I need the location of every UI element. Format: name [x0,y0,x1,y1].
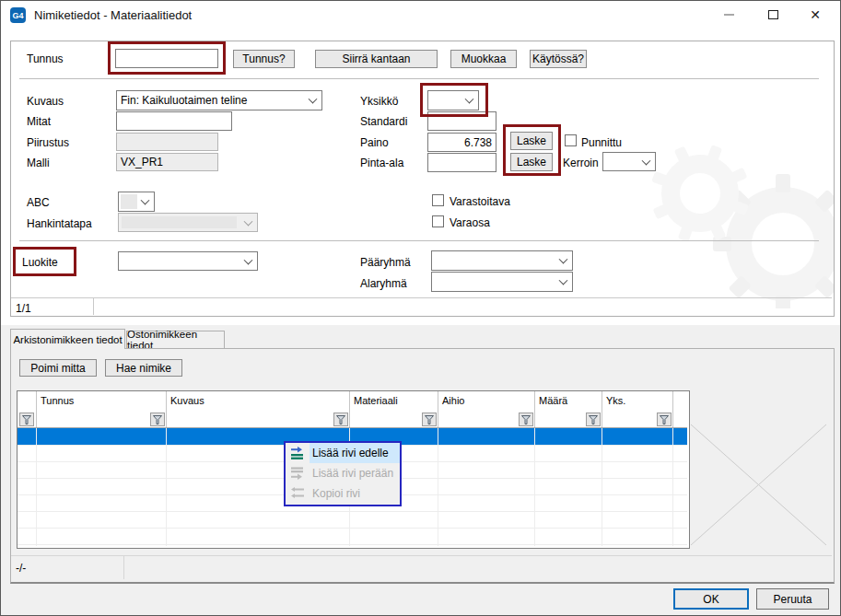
kaytossa-button[interactable]: Käytössä? [530,50,587,68]
filter-button-tunnus[interactable] [150,413,165,426]
mitat-label: Mitat [27,115,51,128]
hae-nimike-button[interactable]: Hae nimike [105,359,182,377]
kerroin-combobox[interactable] [602,152,656,171]
filter-button-yks[interactable] [657,413,672,426]
standardi-label: Standardi [360,115,407,128]
maximize-button[interactable] [758,5,788,25]
luokite-label: Luokite [22,256,58,269]
separator [19,78,819,79]
window-title: Nimiketiedot - Materiaalitiedot [34,8,192,22]
varaosa-checkbox[interactable] [432,215,444,227]
insert-row-after-icon [286,467,310,480]
poimi-mitta-button[interactable]: Poimi mitta [19,359,97,377]
laske-pinta-ala-button[interactable]: Laske [510,153,553,171]
hankintatapa-label: Hankintatapa [27,217,92,230]
abc-combobox[interactable] [118,192,155,212]
tunnus-query-button[interactable]: Tunnus? [233,50,295,68]
menu-item-lisaa-rivi-peraan: Lisää rivi perään [286,463,400,483]
malli-input: VX_PR1 [116,153,218,171]
paaryhma-combobox[interactable] [431,250,573,271]
paino-input[interactable]: 6.738 [427,133,496,152]
status-separator [11,555,832,556]
cancel-button[interactable]: Peruuta [756,588,829,610]
kuvaus-combobox[interactable]: Fin: Kaikuluotaimen teline [116,90,322,110]
title-bar: G4 Nimiketiedot - Materiaalitiedot ✕ [1,1,840,30]
hankintatapa-value-area [122,216,237,228]
piirustus-label: Piirustus [27,136,69,149]
minimize-icon [724,14,734,16]
close-icon: ✕ [810,7,821,22]
pinta-ala-label: Pinta-ala [360,157,403,169]
piirustus-input [116,133,218,151]
tab-arkistonimikkeen-tiedot[interactable]: Arkistonimikkeen tiedot [10,329,125,349]
column-divider [602,391,602,427]
filter-funnel-icon [336,415,345,424]
row-context-menu: Lisää rivi edelle Lisää rivi perään [284,441,402,506]
paino-label: Paino [360,136,389,149]
column-header-aihio[interactable]: Aihio [442,395,464,406]
filter-funnel-icon [425,415,434,424]
standardi-input[interactable] [427,111,496,131]
filter-button-aihio[interactable] [519,413,533,426]
menu-item-label: Lisää rivi perään [310,463,400,483]
varastoitava-checkbox[interactable] [432,194,444,206]
column-header-materiaali[interactable]: Materiaali [354,395,398,406]
maximize-icon [768,10,778,19]
ok-button[interactable]: OK [673,588,749,610]
preview-placeholder [690,421,828,548]
hankintatapa-combobox [118,213,258,232]
minimize-button [714,5,743,25]
tab-ostonimikkeen-tiedot[interactable]: Ostonimikkeen tiedot [126,331,225,348]
column-divider [534,391,535,427]
pinta-ala-input[interactable] [427,153,496,172]
tunnus-input[interactable] [115,49,218,68]
kuvaus-label: Kuvaus [27,95,64,108]
filter-button-materiaali[interactable] [422,413,437,426]
chevron-down-icon [244,255,253,264]
filter-button-kuvaus[interactable] [333,413,348,426]
alaryhma-combobox[interactable] [431,272,573,292]
close-button[interactable]: ✕ [800,5,830,25]
siirra-kantaan-button[interactable]: Siirrä kantaan [315,50,438,68]
varaosa-label: Varaosa [450,216,490,229]
filter-funnel-icon [22,415,31,424]
column-divider [36,391,37,427]
chevron-down-icon [141,196,150,205]
kerroin-label: Kerroin [563,157,599,169]
column-header-yks[interactable]: Yks. [606,395,625,406]
column-header-kuvaus[interactable]: Kuvaus [170,395,204,406]
pager-separator [11,297,832,298]
column-header-tunnus[interactable]: Tunnus [41,395,74,406]
status-divider [123,555,124,579]
chevron-down-icon [244,216,253,226]
record-pager: 1/1 [16,302,31,315]
yksikko-label: Yksikkö [360,95,398,108]
punnittu-checkbox[interactable] [565,134,577,146]
pager-divider [93,297,94,315]
separator [19,240,819,241]
menu-item-label: Lisää rivi edelle [310,443,400,463]
filter-button-selector[interactable] [19,413,34,426]
filter-button-maara[interactable] [586,413,601,426]
chevron-down-icon [309,95,318,104]
mitat-input[interactable] [116,111,232,131]
menu-item-lisaa-rivi-edelle[interactable]: Lisää rivi edelle [286,443,400,463]
row-counter: -/- [16,562,26,575]
column-header-maara[interactable]: Määrä [539,395,567,406]
luokite-combobox[interactable] [118,251,258,271]
kuvaus-value: Fin: Kaikuluotaimen teline [121,91,305,110]
copy-row-icon [286,487,310,500]
filter-funnel-icon [660,415,669,424]
column-divider [166,391,167,427]
chevron-down-icon [642,156,651,165]
alaryhma-label: Alaryhmä [360,277,407,290]
paaryhma-label: Pääryhmä [360,256,411,269]
muokkaa-button[interactable]: Muokkaa [450,50,517,68]
column-divider [438,391,438,427]
yksikko-combobox[interactable] [427,90,479,110]
abc-label: ABC [27,196,50,209]
laske-paino-button[interactable]: Laske [510,132,553,150]
filter-funnel-icon [153,415,162,424]
filter-funnel-icon [589,415,598,424]
row-divider [18,528,687,529]
